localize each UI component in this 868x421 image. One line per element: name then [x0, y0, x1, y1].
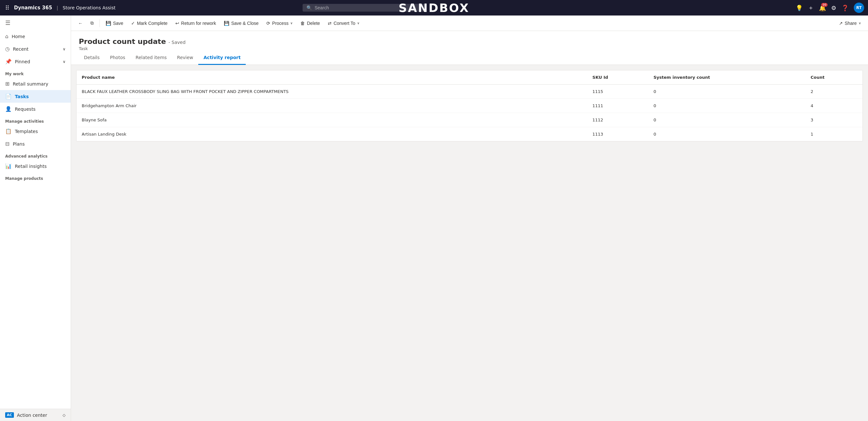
- sidebar-item-plans[interactable]: ⊟ Plans: [0, 137, 71, 150]
- sidebar-item-home[interactable]: ⌂ Home: [0, 30, 71, 43]
- lightbulb-icon[interactable]: 💡: [796, 4, 803, 11]
- cell-product-name: Artisan Landing Desk: [76, 127, 587, 141]
- chevron-down-icon: ∨: [63, 59, 66, 64]
- sidebar: ☰ ⌂ Home ◷ Recent ∨ 📌 Pinned ∨ My work ⊞…: [0, 15, 71, 421]
- checkmark-icon: ✓: [131, 21, 135, 26]
- return-rework-button[interactable]: ↩ Return for rework: [172, 19, 219, 28]
- command-bar: ← ⧉ 💾 Save ✓ Mark Complete ↩ Return for …: [71, 15, 868, 31]
- plans-icon: ⊟: [5, 141, 9, 147]
- sidebar-item-recent[interactable]: ◷ Recent ∨: [0, 43, 71, 55]
- sidebar-item-tasks[interactable]: 📄 Tasks: [0, 90, 71, 103]
- help-icon[interactable]: ❓: [841, 4, 848, 11]
- delete-icon: 🗑: [300, 21, 305, 26]
- nav-divider: |: [57, 5, 58, 10]
- insights-icon: 📊: [5, 163, 11, 169]
- add-icon[interactable]: ＋: [808, 4, 814, 12]
- cell-sku-id: 1115: [587, 85, 648, 99]
- top-navigation: ⠿ Dynamics 365 | Store Operations Assist…: [0, 0, 868, 15]
- convert-to-button[interactable]: ⇄ Convert To ∨: [324, 19, 363, 28]
- activity-report-table-card: Product name SKU Id System inventory cou…: [76, 70, 863, 141]
- save-icon: 💾: [105, 21, 111, 26]
- sidebar-item-retail-insights[interactable]: 📊 Retail insights: [0, 160, 71, 172]
- cell-system-inventory: 0: [648, 85, 805, 99]
- waffle-icon[interactable]: ⠿: [4, 3, 11, 12]
- process-icon: ⟳: [267, 21, 270, 26]
- cell-sku-id: 1112: [587, 113, 648, 127]
- return-icon: ↩: [175, 21, 179, 26]
- cell-count: 3: [805, 113, 863, 127]
- sidebar-item-action-center[interactable]: AC Action center ◇: [0, 409, 71, 421]
- home-icon: ⌂: [5, 33, 8, 39]
- main-layout: ☰ ⌂ Home ◷ Recent ∨ 📌 Pinned ∨ My work ⊞…: [0, 15, 868, 421]
- col-sku-id: SKU Id: [587, 70, 648, 85]
- back-icon: ←: [78, 21, 83, 26]
- sidebar-item-requests[interactable]: 👤 Requests: [0, 103, 71, 115]
- separator: [99, 20, 100, 27]
- col-count: Count: [805, 70, 863, 85]
- mark-complete-button[interactable]: ✓ Mark Complete: [128, 19, 171, 28]
- sandbox-label: SANDBOX: [399, 1, 469, 14]
- page-subtitle: Task: [79, 46, 860, 51]
- section-label-manage-activities: Manage activities: [0, 115, 71, 125]
- save-button[interactable]: 💾 Save: [102, 19, 127, 28]
- diamond-icon: ◇: [63, 413, 66, 417]
- template-icon: 📋: [5, 128, 11, 134]
- popout-icon: ⧉: [90, 20, 94, 26]
- saved-status: - Saved: [168, 40, 186, 45]
- table-row[interactable]: Bridgehampton Arm Chair 1111 0 4: [76, 99, 863, 113]
- section-label-manage-products: Manage products: [0, 172, 71, 182]
- avatar[interactable]: RT: [854, 3, 864, 13]
- chevron-down-icon: ∨: [859, 21, 861, 25]
- cell-product-name: BLACK FAUX LEATHER CROSSBODY SLING BAG W…: [76, 85, 587, 99]
- page-header: Product count update - Saved Task: [71, 31, 868, 51]
- save-close-button[interactable]: 💾 Save & Close: [221, 19, 262, 28]
- tab-activity-report[interactable]: Activity report: [198, 51, 246, 65]
- popout-button[interactable]: ⧉: [87, 19, 97, 28]
- pin-icon: 📌: [5, 59, 11, 65]
- section-label-my-work: My work: [0, 68, 71, 77]
- table-row[interactable]: Artisan Landing Desk 1113 0 1: [76, 127, 863, 141]
- process-button[interactable]: ⟳ Process ∨: [263, 19, 296, 28]
- tab-review[interactable]: Review: [172, 51, 198, 65]
- table-row[interactable]: Blayne Sofa 1112 0 3: [76, 113, 863, 127]
- cell-product-name: Blayne Sofa: [76, 113, 587, 127]
- col-product-name: Product name: [76, 70, 587, 85]
- save-close-icon: 💾: [224, 21, 229, 26]
- tab-details[interactable]: Details: [79, 51, 105, 65]
- activity-report-table: Product name SKU Id System inventory cou…: [76, 70, 863, 141]
- tab-related-items[interactable]: Related items: [130, 51, 172, 65]
- sidebar-item-pinned[interactable]: 📌 Pinned ∨: [0, 55, 71, 68]
- search-icon: 🔍: [306, 5, 312, 10]
- cell-count: 2: [805, 85, 863, 99]
- notifications-icon[interactable]: 🔔 99: [819, 4, 826, 11]
- chevron-down-icon: ∨: [357, 21, 360, 25]
- share-button[interactable]: ↗ Share ∨: [836, 19, 864, 28]
- chevron-down-icon: ∨: [63, 47, 66, 51]
- cell-product-name: Bridgehampton Arm Chair: [76, 99, 587, 113]
- dynamics365-label: Dynamics 365: [14, 5, 52, 11]
- settings-icon[interactable]: ⚙: [831, 4, 836, 11]
- cell-system-inventory: 0: [648, 99, 805, 113]
- cell-system-inventory: 0: [648, 127, 805, 141]
- section-label-advanced-analytics: Advanced analytics: [0, 150, 71, 160]
- recent-icon: ◷: [5, 46, 10, 52]
- share-icon: ↗: [839, 21, 843, 26]
- cell-sku-id: 1113: [587, 127, 648, 141]
- table-row[interactable]: BLACK FAUX LEATHER CROSSBODY SLING BAG W…: [76, 85, 863, 99]
- delete-button[interactable]: 🗑 Delete: [297, 19, 323, 28]
- action-center-badge: AC: [5, 412, 14, 418]
- tasks-icon: 📄: [5, 93, 11, 99]
- sidebar-toggle[interactable]: ☰: [0, 15, 71, 30]
- tab-bar: Details Photos Related items Review Acti…: [71, 51, 868, 65]
- main-content: ← ⧉ 💾 Save ✓ Mark Complete ↩ Return for …: [71, 15, 868, 421]
- tab-photos[interactable]: Photos: [105, 51, 130, 65]
- chevron-down-icon: ∨: [290, 21, 292, 25]
- sidebar-item-retail-summary[interactable]: ⊞ Retail summary: [0, 77, 71, 90]
- cell-count: 1: [805, 127, 863, 141]
- sidebar-item-templates[interactable]: 📋 Templates: [0, 125, 71, 137]
- page-title: Product count update - Saved: [79, 37, 860, 45]
- requests-icon: 👤: [5, 106, 11, 112]
- cell-count: 4: [805, 99, 863, 113]
- col-system-inventory: System inventory count: [648, 70, 805, 85]
- back-button[interactable]: ←: [75, 19, 86, 28]
